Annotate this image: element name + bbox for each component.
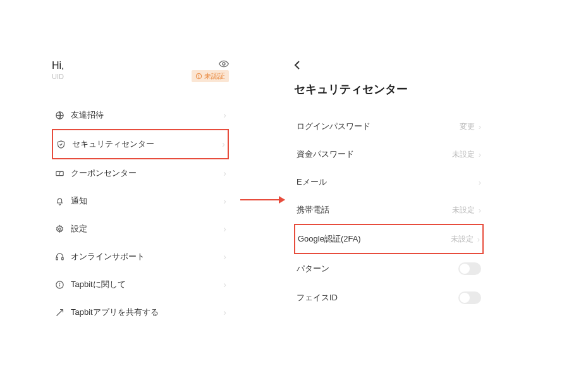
setting-label: ログインパスワード xyxy=(297,121,370,132)
page-title: セキュリティセンター xyxy=(294,82,484,97)
info-icon xyxy=(54,279,64,290)
menu-item-invite[interactable]: 友達招待 › xyxy=(52,101,229,129)
svg-point-0 xyxy=(223,63,225,65)
chevron-right-icon: › xyxy=(479,178,481,187)
setting-google-2fa[interactable]: Google認証(2FA) 未設定 › xyxy=(294,224,484,254)
menu-item-label: Tapbitに関して xyxy=(71,279,126,290)
setting-login-password[interactable]: ログインパスワード 変更 › xyxy=(294,113,484,140)
chevron-right-icon: › xyxy=(222,139,225,149)
bell-icon xyxy=(54,196,64,206)
gear-icon xyxy=(54,224,64,234)
setting-value: 未設定 xyxy=(452,149,475,160)
setting-fund-password[interactable]: 資金パスワード 未設定 › xyxy=(294,140,484,168)
setting-label: Eメール xyxy=(297,176,327,188)
share-icon xyxy=(54,307,64,317)
chevron-right-icon: › xyxy=(223,110,226,120)
menu-list: 友達招待 › セキュリティセンター › クーポンセンター › xyxy=(52,101,229,326)
svg-point-11 xyxy=(59,283,60,283)
setting-pattern: パターン xyxy=(294,254,484,283)
security-center-panel: セキュリティセンター ログインパスワード 変更 › 資金パスワード 未設定 › … xyxy=(294,60,484,312)
menu-item-coupon[interactable]: クーポンセンター › xyxy=(52,159,229,187)
warning-icon xyxy=(195,73,202,80)
menu-item-settings[interactable]: 設定 › xyxy=(52,215,229,243)
chevron-right-icon: › xyxy=(223,307,226,317)
navigation-arrow-icon xyxy=(240,199,284,200)
svg-rect-8 xyxy=(61,257,63,260)
setting-label: 携帯電話 xyxy=(297,204,329,216)
visibility-icon[interactable] xyxy=(219,60,229,68)
chevron-right-icon: › xyxy=(223,279,226,290)
globe-icon xyxy=(54,110,64,120)
setting-label: パターン xyxy=(297,263,329,274)
chevron-right-icon: › xyxy=(223,252,226,262)
back-button[interactable] xyxy=(294,60,484,70)
setting-email[interactable]: Eメール › xyxy=(294,168,484,196)
settings-list: ログインパスワード 変更 › 資金パスワード 未設定 › Eメール › 携帯電話… xyxy=(294,113,484,312)
chevron-right-icon: › xyxy=(223,168,226,178)
setting-label: 資金パスワード xyxy=(297,149,354,160)
setting-value: 未設定 xyxy=(452,205,475,216)
menu-item-label: 友達招待 xyxy=(71,109,104,121)
menu-item-label: クーポンセンター xyxy=(71,168,137,179)
menu-item-label: セキュリティセンター xyxy=(72,138,154,150)
svg-point-6 xyxy=(58,228,61,230)
setting-label: フェイスID xyxy=(297,292,338,303)
setting-value: 変更 xyxy=(460,121,475,132)
ticket-icon xyxy=(54,168,64,178)
menu-item-about[interactable]: Tapbitに関して › xyxy=(52,271,229,298)
uid-label: UID xyxy=(52,73,64,80)
faceid-toggle[interactable] xyxy=(458,291,481,304)
menu-item-security[interactable]: セキュリティセンター › xyxy=(52,129,229,159)
chevron-right-icon: › xyxy=(223,224,226,234)
shield-icon xyxy=(56,139,66,149)
greeting-text: Hi, xyxy=(52,60,64,71)
unverified-badge[interactable]: 未認証 xyxy=(192,70,229,82)
chevron-right-icon: › xyxy=(223,196,226,206)
chevron-right-icon: › xyxy=(479,205,481,215)
menu-item-notifications[interactable]: 通知 › xyxy=(52,187,229,215)
setting-faceid: フェイスID xyxy=(294,283,484,312)
setting-value: 未設定 xyxy=(451,234,474,245)
menu-item-label: Tapbitアプリを共有する xyxy=(71,307,159,318)
menu-item-label: オンラインサポート xyxy=(71,251,145,262)
menu-item-support[interactable]: オンラインサポート › xyxy=(52,243,229,271)
pattern-toggle[interactable] xyxy=(458,262,481,275)
setting-phone[interactable]: 携帯電話 未設定 › xyxy=(294,196,484,224)
svg-rect-7 xyxy=(56,257,58,260)
menu-item-share[interactable]: Tapbitアプリを共有する › xyxy=(52,298,229,326)
account-menu-panel: Hi, UID 未認証 友達招待 › xyxy=(52,60,229,326)
greeting-row: Hi, UID 未認証 xyxy=(52,60,229,82)
menu-item-label: 通知 xyxy=(71,195,87,207)
setting-label: Google認証(2FA) xyxy=(298,233,361,245)
chevron-right-icon: › xyxy=(477,235,480,244)
chevron-right-icon: › xyxy=(479,150,481,159)
headset-icon xyxy=(54,252,64,262)
chevron-right-icon: › xyxy=(479,122,481,132)
menu-item-label: 設定 xyxy=(71,223,87,235)
chevron-left-icon xyxy=(294,60,300,70)
